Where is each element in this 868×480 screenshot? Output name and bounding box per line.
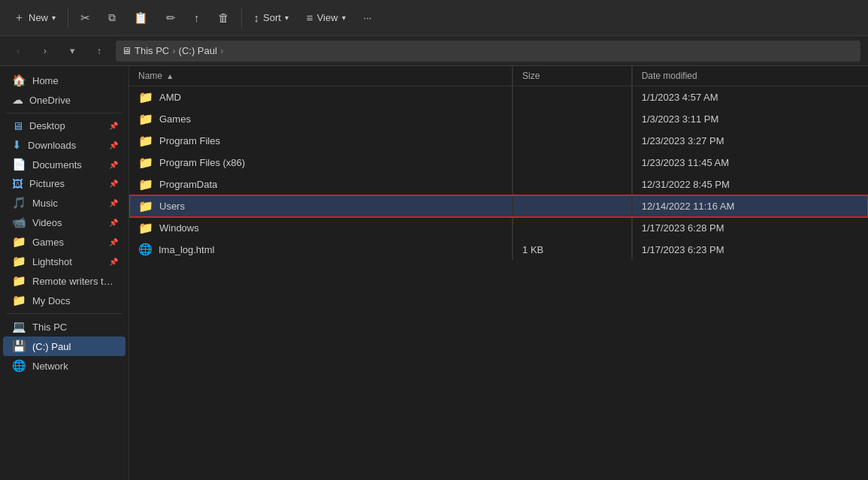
sidebar-item-c-paul[interactable]: 💾 (C:) Paul (3, 337, 126, 356)
table-row[interactable]: 📁 AMD 1/1/2023 4:57 AM (129, 86, 868, 109)
sidebar-item-documents[interactable]: 📄 Documents 📌 (3, 155, 126, 174)
cut-icon: ✂ (80, 11, 90, 25)
back-button[interactable]: ‹ (8, 41, 29, 62)
videos-icon: 📹 (12, 216, 26, 229)
sidebar-item-pictures[interactable]: 🖼 Pictures 📌 (3, 174, 126, 193)
up-button[interactable]: ↑ (89, 41, 110, 62)
sidebar-item-label: Documents (32, 159, 82, 171)
breadcrumb-part-1[interactable]: This PC (135, 45, 169, 56)
sidebar-item-label: (C:) Paul (32, 341, 71, 352)
sort-chevron: ▾ (285, 14, 289, 22)
file-size (513, 217, 631, 239)
sidebar-item-downloads[interactable]: ⬇ Downloads 📌 (3, 135, 126, 155)
documents-icon: 📄 (12, 158, 26, 171)
view-button[interactable]: ≡ View ▾ (299, 7, 353, 29)
sidebar-item-onedrive[interactable]: ☁ OneDrive (3, 90, 126, 110)
recent-button[interactable]: ▾ (62, 41, 83, 62)
more-button[interactable]: ··· (356, 8, 380, 28)
sidebar-item-label: Lightshot (32, 256, 72, 267)
file-name-cell: 🌐 Ima_log.html (129, 239, 512, 260)
paste-button[interactable]: 📋 (126, 7, 156, 29)
music-icon: 🎵 (12, 196, 26, 210)
folder-icon: 📁 (138, 90, 153, 104)
file-table: Name ▲ Size Date modified 📁 (129, 66, 868, 260)
table-row[interactable]: 🌐 Ima_log.html 1 KB 1/17/2023 6:23 PM (129, 239, 868, 260)
share-button[interactable]: ↑ (186, 7, 207, 29)
cut-button[interactable]: ✂ (73, 7, 98, 29)
file-size (513, 86, 631, 109)
file-size (513, 195, 631, 217)
pin-icon: 📌 (109, 258, 118, 266)
new-label: New (29, 12, 48, 23)
sidebar-item-label: Music (32, 198, 58, 209)
file-name-cell: 📁 Program Files (x86) (129, 152, 512, 174)
file-name: Windows (159, 222, 199, 234)
sidebar-item-lightshot[interactable]: 📁 Lightshot 📌 (3, 252, 126, 271)
network-icon: 🌐 (12, 359, 26, 373)
sidebar-item-label: My Docs (32, 295, 71, 306)
file-name: Program Files (x86) (159, 157, 245, 168)
col-header-name[interactable]: Name ▲ (129, 66, 512, 86)
sidebar-item-label: Remote writers tech (32, 276, 118, 287)
view-icon: ≡ (307, 11, 313, 24)
copy-button[interactable]: ⧉ (101, 7, 123, 29)
table-row[interactable]: 📁 Games 1/3/2023 3:11 PM (129, 108, 868, 130)
file-date: 12/31/2022 8:45 PM (633, 174, 868, 195)
forward-button[interactable]: › (35, 41, 56, 62)
sidebar-item-network[interactable]: 🌐 Network (3, 356, 126, 376)
sidebar-item-my-docs[interactable]: 📁 My Docs (3, 291, 126, 310)
table-row[interactable]: 📁 Users 12/14/2022 11:16 AM (129, 195, 868, 217)
pin-icon: 📌 (109, 161, 118, 169)
sidebar-item-home[interactable]: 🏠 Home (3, 71, 126, 90)
sidebar-item-remote-writers[interactable]: 📁 Remote writers tech (3, 271, 126, 291)
file-name-cell: 📁 Games (129, 108, 512, 130)
breadcrumb-part-2[interactable]: (C:) Paul (179, 45, 217, 56)
addressbar: ‹ › ▾ ↑ 🖥 This PC › (C:) Paul › (0, 36, 868, 66)
toolbar: ＋ New ▾ ✂ ⧉ 📋 ✏ ↑ 🗑 ↕ Sort ▾ ≡ View ▾ ··… (0, 0, 868, 36)
file-pane: Name ▲ Size Date modified 📁 (129, 66, 868, 480)
folder-icon: 📁 (138, 112, 153, 126)
file-name-cell: 📁 Windows (129, 217, 512, 239)
sidebar: 🏠 Home ☁ OneDrive 🖥 Desktop 📌 ⬇ Download… (0, 66, 129, 480)
file-name: AMD (159, 92, 181, 103)
pin-icon: 📌 (109, 180, 118, 188)
sidebar-item-label: Network (32, 361, 68, 372)
delete-button[interactable]: 🗑 (210, 7, 237, 29)
new-icon: ＋ (14, 11, 25, 25)
sidebar-item-desktop[interactable]: 🖥 Desktop 📌 (3, 116, 126, 135)
sidebar-item-music[interactable]: 🎵 Music 📌 (3, 193, 126, 213)
table-row[interactable]: 📁 Windows 1/17/2023 6:28 PM (129, 217, 868, 239)
more-label: ··· (364, 12, 372, 23)
this-pc-icon: 💻 (12, 320, 26, 334)
sidebar-item-games[interactable]: 📁 Games 📌 (3, 232, 126, 252)
share-icon: ↑ (194, 11, 200, 24)
breadcrumb-sep-1: › (172, 45, 175, 56)
main-layout: 🏠 Home ☁ OneDrive 🖥 Desktop 📌 ⬇ Download… (0, 66, 868, 480)
table-row[interactable]: 📁 ProgramData 12/31/2022 8:45 PM (129, 174, 868, 195)
sidebar-item-videos[interactable]: 📹 Videos 📌 (3, 213, 126, 232)
file-icon: 🌐 (138, 243, 153, 256)
downloads-icon: ⬇ (12, 138, 22, 152)
file-name-cell: 📁 ProgramData (129, 174, 512, 195)
remote-writers-icon: 📁 (12, 274, 26, 288)
file-name-cell: 📁 Program Files (129, 130, 512, 152)
table-header-row: Name ▲ Size Date modified (129, 66, 868, 86)
view-chevron: ▾ (342, 14, 346, 22)
sort-button[interactable]: ↕ Sort ▾ (246, 7, 296, 29)
rename-button[interactable]: ✏ (159, 7, 183, 29)
file-date: 1/23/2023 11:45 AM (633, 152, 868, 174)
sidebar-item-this-pc[interactable]: 💻 This PC (3, 317, 126, 337)
col-header-size[interactable]: Size (513, 66, 631, 86)
sidebar-item-label: Downloads (28, 140, 76, 151)
folder-icon: 📁 (138, 134, 153, 148)
delete-icon: 🗑 (218, 11, 229, 24)
breadcrumb[interactable]: 🖥 This PC › (C:) Paul › (116, 41, 860, 62)
new-button[interactable]: ＋ New ▾ (6, 6, 63, 29)
file-name: Program Files (159, 135, 220, 146)
col-header-date[interactable]: Date modified (633, 66, 868, 86)
sidebar-divider-2 (6, 313, 122, 314)
folder-icon: 📁 (138, 177, 153, 192)
table-row[interactable]: 📁 Program Files (x86) 1/23/2023 11:45 AM (129, 152, 868, 174)
toolbar-sep-2 (241, 8, 242, 29)
table-row[interactable]: 📁 Program Files 1/23/2023 3:27 PM (129, 130, 868, 152)
